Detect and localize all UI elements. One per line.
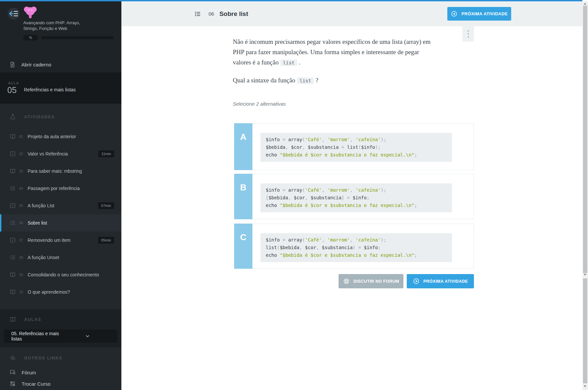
activity-number: 06 — [19, 221, 25, 225]
video-icon — [9, 237, 16, 244]
grid-icon — [9, 380, 16, 387]
activity-number: 05 — [19, 204, 25, 208]
duration-badge: 05min — [98, 237, 114, 244]
activity-label: Consolidando o seu conhecimento — [28, 272, 99, 277]
duration-badge: 07min — [98, 202, 114, 209]
chevron-down-icon — [62, 334, 113, 339]
video-icon — [9, 150, 16, 157]
lifebuoy-icon — [343, 278, 350, 285]
scrollbar[interactable] — [582, 1, 588, 390]
activity-number: 09 — [19, 273, 25, 277]
book-icon — [9, 289, 16, 295]
collapse-arrow-icon — [8, 8, 20, 20]
alternative-C[interactable]: C$info = array('Café', 'marrom', 'cafeín… — [234, 224, 474, 269]
list-icon — [9, 254, 16, 261]
sidebar-item-02[interactable]: 02Valor vs Referência11min — [0, 145, 121, 162]
video-icon — [9, 202, 16, 209]
activity-label: Valor vs Referência — [28, 151, 68, 156]
activity-number: 06 — [209, 11, 214, 17]
activity-number: 03 — [19, 169, 25, 173]
activity-number: 02 — [19, 152, 25, 156]
book-icon — [9, 271, 16, 278]
alternative-letter-badge: A — [234, 123, 252, 170]
activity-number: 04 — [19, 187, 25, 190]
list-icon — [194, 10, 201, 18]
scroll-up-arrow[interactable] — [584, 3, 586, 5]
collapse-sidebar-button[interactable] — [8, 8, 20, 20]
sidebar-item-10[interactable]: 10O que aprendemos? — [0, 283, 121, 301]
activities-section-header: ATIVIDADES — [9, 113, 55, 121]
scroll-down-arrow[interactable] — [584, 274, 586, 276]
activities-header-label: ATIVIDADES — [24, 115, 55, 119]
sidebar-link-trocar-curso[interactable]: Trocar Curso — [9, 378, 51, 389]
php-elephant-logo — [23, 5, 38, 19]
link-label: Trocar Curso — [22, 381, 51, 387]
lesson-select-value: 05. Referências e mais listas — [11, 331, 62, 341]
next-activity-label: PRÓXIMA ATIVIDADE — [423, 279, 468, 284]
discuss-forum-button[interactable]: DISCUTIR NO FORUM — [339, 274, 403, 288]
sidebar-item-09[interactable]: 09Consolidando o seu conhecimento — [0, 266, 121, 283]
sidebar-item-03[interactable]: 03Para saber mais: mbstring — [0, 162, 121, 180]
alternative-A[interactable]: A$info = array('Café', 'marrom', 'cafeín… — [234, 123, 474, 170]
lesson-badge-number: 05 — [7, 85, 17, 95]
sidebar-link-fórum[interactable]: Fórum — [9, 367, 36, 378]
sidebar-item-07[interactable]: 07Removendo um item05min — [0, 232, 121, 249]
sidebar-item-05[interactable]: 05A função List07min — [0, 197, 121, 214]
document-icon — [9, 61, 16, 68]
sidebar-item-08[interactable]: 08A função Unset — [0, 249, 121, 266]
links-icon — [9, 354, 16, 362]
activity-label: Projeto da aula anterior — [28, 134, 76, 139]
alternative-B[interactable]: B$info = array('Café', 'marrom', 'cafeín… — [234, 174, 474, 219]
activity-label: Sobre list — [28, 220, 47, 226]
sidebar: Avançando com PHP: Arrays, Strings, Funç… — [0, 1, 121, 390]
book-icon — [9, 133, 16, 140]
progress-percent-badge: % — [23, 35, 38, 41]
open-notebook-button[interactable]: Abrir caderno — [9, 58, 51, 70]
activity-number: 07 — [19, 239, 25, 242]
list-icon — [9, 185, 16, 192]
scrollbar-thumb[interactable] — [583, 278, 587, 383]
main-content: 06 Sobre list PRÓXIMA ATIVIDADE Não é in… — [121, 1, 582, 390]
activity-label: Passagem por referência — [28, 186, 79, 191]
circle-arrow-right-icon — [413, 278, 420, 285]
code-block: $info = array('Café', 'marrom', 'cafeína… — [260, 233, 452, 262]
next-activity-button-bottom[interactable]: PRÓXIMA ATIVIDADE — [407, 274, 474, 288]
link-label: Fórum — [22, 370, 36, 375]
sidebar-item-04[interactable]: 04Passagem por referência — [0, 180, 121, 197]
lessons-section-header: AULAS — [9, 316, 41, 323]
progress-bar — [41, 36, 114, 39]
code-block: $info = array('Café', 'marrom', 'cafeína… — [260, 133, 452, 162]
activity-number: 01 — [19, 135, 25, 139]
activity-label: O que aprendemos? — [28, 289, 70, 295]
book-icon — [9, 168, 16, 174]
activity-number: 10 — [19, 290, 25, 294]
code-block: $info = array('Café', 'marrom', 'cafeína… — [260, 183, 452, 212]
lesson-badge-title: Referências e mais listas — [24, 87, 76, 92]
course-activity-page: Avançando com PHP: Arrays, Strings, Funç… — [0, 0, 588, 390]
lesson-badge-label: AULA — [8, 81, 19, 85]
other-links-section-header: OUTROS LINKS — [9, 354, 63, 362]
open-notebook-label: Abrir caderno — [21, 62, 51, 67]
sidebar-item-06[interactable]: 06Sobre list — [0, 214, 121, 232]
activity-number: 08 — [19, 256, 25, 259]
alternative-letter-badge: C — [234, 224, 252, 269]
activity-label: Removendo um item — [28, 238, 71, 243]
discuss-forum-label: DISCUTIR NO FORUM — [354, 279, 399, 284]
lesson-select[interactable]: 05. Referências e mais listas — [4, 330, 117, 343]
flask-icon — [9, 113, 16, 121]
top-accent-line — [0, 0, 582, 1]
sidebar-item-01[interactable]: 01Projeto da aula anterior — [0, 128, 121, 145]
alternative-letter-badge: B — [234, 174, 252, 219]
chat-icon — [9, 369, 16, 376]
duration-badge: 11min — [98, 150, 114, 157]
scrollbar-thumb[interactable] — [583, 6, 587, 273]
other-links-header-label: OUTROS LINKS — [24, 356, 63, 360]
lessons-header-label: AULAS — [24, 317, 41, 322]
book-icon — [9, 316, 16, 323]
scroll-down-arrow[interactable] — [584, 385, 586, 387]
alternatives-list: A$info = array('Café', 'marrom', 'cafeín… — [234, 1, 474, 270]
activity-label: A função Unset — [28, 255, 59, 260]
activity-label: A função List — [28, 203, 54, 208]
activity-label: Para saber mais: mbstring — [28, 168, 82, 174]
list-icon — [9, 220, 16, 226]
